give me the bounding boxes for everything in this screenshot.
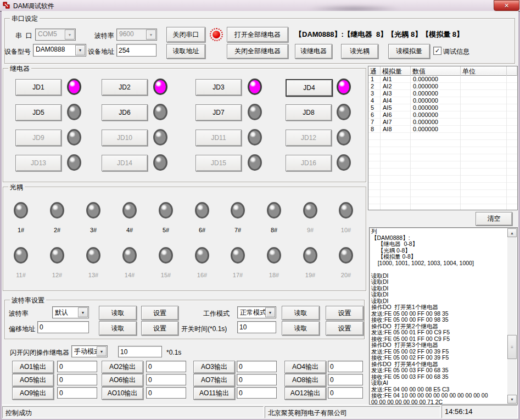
ao11-output-button[interactable]: AO11输出 [193,387,235,400]
opto-label-19: 19# [301,272,320,278]
ao3-output-button[interactable]: AO3输出 [193,361,235,373]
ao8-output-input[interactable] [328,374,363,385]
relay-button-jd7[interactable]: JD7 [195,104,242,121]
ao1-output-button[interactable]: AO1输出 [12,361,54,373]
open-all-relays-button[interactable]: 打开全部继电器 [227,27,288,42]
read-opto-button[interactable]: 读光耦 [341,44,378,59]
offset-read-button[interactable]: 读取 [99,321,137,335]
work-mode-set-button[interactable]: 设置 [326,306,364,320]
scroll-down-icon[interactable]: ▼ [507,395,517,404]
ao9-output-input[interactable] [57,387,97,399]
ao8-output-button[interactable]: AO8输出 [284,374,326,387]
switch-time-input[interactable] [237,321,276,333]
scroll-up-icon[interactable]: ▲ [507,228,517,237]
baudrate-set-button[interactable]: 设置 [141,306,178,320]
table-row[interactable]: 1AI10.000000 [368,76,507,83]
log-scrollbar[interactable]: ▲ ≡ ▼ [507,228,517,404]
chevron-down-icon[interactable]: ▼ [146,30,156,40]
ao10-output-input[interactable] [146,387,186,399]
ao2-output-input[interactable] [146,361,186,372]
read-analog-button[interactable]: 读模拟量 [388,44,430,59]
close-all-relays-button[interactable]: 关闭全部继电器 [227,44,288,59]
col-header-blank[interactable] [507,66,517,76]
debug-info-checkbox[interactable]: ✓ [433,47,441,55]
close-button[interactable]: ✕ [494,0,519,11]
col-header-value[interactable]: 数值 [411,66,461,76]
table-row[interactable]: 7AI70.000000 [368,119,507,126]
ao9-output-button[interactable]: AO9输出 [12,387,54,400]
ao1-output-input[interactable] [57,361,97,372]
opto-led-6 [195,202,209,219]
device-addr-input[interactable] [116,44,156,57]
flash-time-input[interactable] [118,346,162,357]
offset-set-button[interactable]: 设置 [141,321,178,335]
opto-led-10 [339,202,353,219]
work-mode-read-button[interactable]: 读取 [282,306,320,320]
close-port-button[interactable]: 关闭串口 [166,27,205,42]
analog-table-body: 1AI10.000000 2AI20.000000 3AI30.000000 4… [368,76,517,210]
work-mode-combo[interactable]: 正常模式 ▼ [237,306,276,318]
relay-button-jd5[interactable]: JD5 [15,104,61,121]
relay-button-jd6[interactable]: JD6 [102,104,148,121]
ao11-output-input[interactable] [237,387,277,399]
read-relay-button[interactable]: 读继电器 [295,44,332,59]
analog-table: 通 模拟量 数值 单位 1AI10.000000 2AI20.000000 3A… [368,66,518,210]
port-combo[interactable]: COM5 ▼ [35,29,76,41]
opto-label-8: 8# [265,227,283,233]
clear-log-button[interactable]: 清空 [476,212,512,226]
read-addr-button[interactable]: 读取地址 [166,44,205,59]
relay-button-jd8[interactable]: JD8 [286,104,332,121]
ao4-output-button[interactable]: AO4输出 [284,361,326,373]
scrollbar-thumb[interactable]: ≡ [507,335,517,359]
ao7-output-input[interactable] [237,374,277,385]
ao10-output-button[interactable]: AO10输出 [102,387,143,400]
table-row[interactable]: 6AI60.000000 [368,111,507,119]
baud-combo[interactable]: 9600 ▼ [116,29,157,41]
col-header-unit[interactable]: 单位 [461,66,507,76]
switch-time-read-button[interactable]: 读取 [282,321,320,335]
ao6-output-input[interactable] [146,374,186,385]
baud-combo-value: 9600 [119,30,147,38]
ao3-output-input[interactable] [237,361,277,372]
opto-led-15 [159,247,173,264]
relay-button-jd3[interactable]: JD3 [195,79,242,96]
opto-led-2 [50,202,64,219]
opto-led-8 [267,202,281,219]
opto-label-6: 6# [193,227,211,233]
table-row[interactable]: 4AI40.000000 [368,97,507,104]
ao5-output-input[interactable] [57,374,97,385]
relay-button-jd1[interactable]: JD1 [15,79,61,96]
table-row[interactable]: 3AI30.000000 [368,90,507,97]
app-window: DAM调试软件 ✕ 串口设定 串 口 COM5 ▼ 波特率 9600 ▼ 关闭串… [0,0,520,420]
ao12-output-button[interactable]: AO12输出 [284,387,326,400]
ao7-output-button[interactable]: AO7输出 [193,374,235,387]
table-row[interactable]: 2AI20.000000 [368,83,507,90]
ao12-output-input[interactable] [328,387,363,399]
relay-button-jd4[interactable]: JD4 [286,79,333,97]
opto-led-12 [50,247,64,264]
ao2-output-button[interactable]: AO2输出 [102,361,143,373]
col-header-analog[interactable]: 模拟量 [381,66,411,76]
ao4-output-input[interactable] [328,361,363,372]
opto-label-20: 20# [337,272,355,278]
col-header-channel[interactable]: 通 [368,66,381,76]
chevron-down-icon[interactable]: ▼ [75,45,85,55]
table-row[interactable]: 8AI80.000000 [368,126,507,133]
chevron-down-icon[interactable]: ▼ [97,346,107,356]
switch-time-set-button[interactable]: 设置 [326,321,364,335]
chevron-down-icon[interactable]: ▼ [265,307,275,317]
ao5-output-button[interactable]: AO5输出 [12,374,54,387]
relay-button-jd2[interactable]: JD2 [102,79,148,96]
baudrate-read-button[interactable]: 读取 [99,306,137,320]
chevron-down-icon[interactable]: ▼ [65,30,75,40]
chevron-down-icon[interactable]: ▼ [78,307,88,317]
table-row[interactable]: 5AI50.000000 [368,104,507,111]
ao6-output-button[interactable]: AO6输出 [102,374,143,387]
model-combo[interactable]: DAM0888 ▼ [33,44,86,57]
baudrate-combo-value: 默认 [55,308,79,317]
opto-led-1 [14,202,28,219]
flash-mode-combo[interactable]: 手动模式 ▼ [71,345,108,357]
baudrate-combo[interactable]: 默认 ▼ [52,306,89,318]
offset-addr-input[interactable] [37,321,89,333]
work-mode-combo-value: 正常模式 [240,308,266,317]
